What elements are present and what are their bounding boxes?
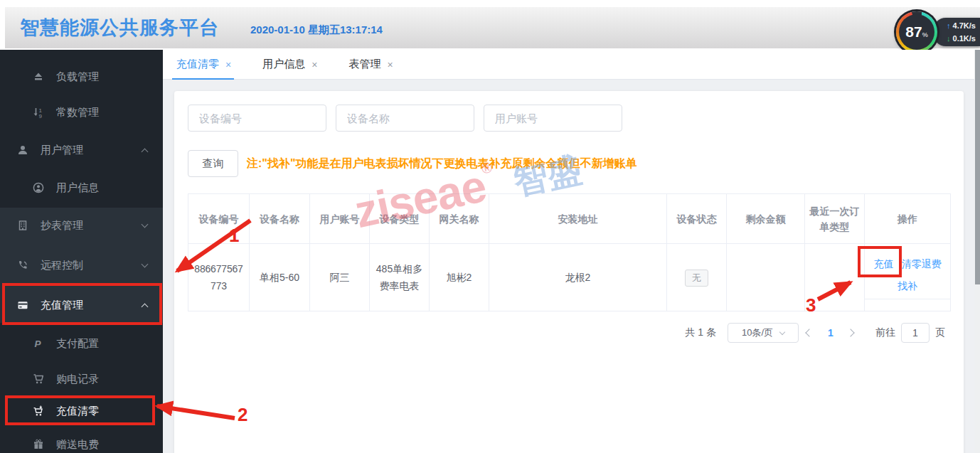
meter-icon bbox=[17, 220, 28, 231]
cell-last-order-type bbox=[805, 244, 865, 311]
eject-icon bbox=[33, 71, 44, 82]
page-size-value: 10条/页 bbox=[742, 326, 773, 339]
device-name-input[interactable] bbox=[336, 105, 474, 132]
phone-volume-icon bbox=[17, 260, 28, 271]
content-card: 查询 注:"找补"功能是在用户电表损坏情况下更换电表补充原剩余金额但不新增账单 … bbox=[174, 91, 964, 453]
clear-refund-link[interactable]: 清零退费 bbox=[902, 255, 942, 272]
close-icon[interactable]: × bbox=[311, 59, 317, 70]
col-install-address: 安装地址 bbox=[489, 194, 667, 244]
header-panel: 智慧能源公共服务平台 2020-01-10 星期五13:17:14 bbox=[5, 7, 980, 48]
sort-numeric-icon: 19 bbox=[33, 107, 44, 118]
tab-user-info[interactable]: 用户信息 × bbox=[262, 50, 317, 80]
download-speed: ↓ 0.1K/s bbox=[943, 33, 976, 43]
tab-meter-mgmt[interactable]: 表管理 × bbox=[348, 50, 393, 80]
svg-text:9: 9 bbox=[39, 113, 43, 119]
table-row: 886677567773 单相5-60 阿三 485单相多费率电表 旭彬2 龙根… bbox=[188, 244, 951, 311]
chevron-right-icon bbox=[846, 329, 854, 336]
sidebar-item-recharge-clear[interactable]: 充值清零 bbox=[0, 397, 163, 425]
tab-label: 表管理 bbox=[348, 58, 380, 71]
device-table: 设备编号 设备名称 用户账号 设备类型 网关名称 安装地址 设备状态 剩余金额 … bbox=[188, 193, 951, 311]
cart-arrow-down-icon bbox=[33, 405, 44, 417]
sidebar-item-label: 充值管理 bbox=[41, 299, 83, 312]
page-size-select[interactable]: 10条/页 bbox=[728, 323, 799, 343]
col-device-type: 设备类型 bbox=[370, 194, 430, 244]
col-user-account: 用户账号 bbox=[310, 194, 370, 244]
upload-speed: ↑ 4.7K/s bbox=[943, 21, 976, 31]
cell-balance bbox=[727, 244, 805, 311]
query-button[interactable]: 查询 bbox=[188, 150, 238, 177]
sidebar-item-payment-config[interactable]: P 支付配置 bbox=[0, 329, 163, 358]
sidebar-item-label: 购电记录 bbox=[56, 373, 99, 386]
page: 智慧能源公共服务平台 2020-01-10 星期五13:17:14 ↑ 4.7K… bbox=[0, 0, 980, 453]
gauge-percent: 87 % bbox=[899, 14, 934, 50]
user-account-input[interactable] bbox=[484, 105, 622, 132]
sidebar-item-label: 抄表管理 bbox=[41, 219, 83, 233]
goto-label: 前往 bbox=[875, 326, 895, 339]
user-circle-icon bbox=[33, 182, 44, 193]
note-text: 注:"找补"功能是在用户电表损坏情况下更换电表补充原剩余金额但不新增账单 bbox=[247, 156, 637, 171]
sidebar-item-label: 负载管理 bbox=[56, 70, 99, 84]
svg-text:P: P bbox=[35, 339, 42, 349]
download-speed-value: 0.1K/s bbox=[953, 33, 976, 43]
total-count: 共 1 条 bbox=[685, 326, 716, 339]
recharge-link[interactable]: 充值 bbox=[874, 255, 894, 272]
make-up-link[interactable]: 找补 bbox=[898, 280, 917, 292]
scrollbar-thumb[interactable] bbox=[975, 50, 980, 284]
col-gateway-name: 网关名称 bbox=[430, 194, 489, 244]
chevron-up-icon bbox=[142, 304, 149, 311]
sidebar-item-user-info[interactable]: 用户信息 bbox=[0, 174, 163, 202]
query-row: 查询 注:"找补"功能是在用户电表损坏情况下更换电表补充原剩余金额但不新增账单 bbox=[188, 150, 637, 177]
sidebar-item-remote-control[interactable]: 远程控制 bbox=[0, 251, 163, 279]
paypal-icon: P bbox=[33, 338, 44, 349]
user-icon bbox=[17, 144, 28, 156]
prev-page-button[interactable] bbox=[799, 323, 819, 343]
tab-label: 充值清零 bbox=[176, 58, 219, 71]
close-icon[interactable]: × bbox=[387, 59, 393, 70]
gauge-percent-value: 87 bbox=[905, 23, 922, 41]
sidebar-item-constant-mgmt[interactable]: 19 常数管理 bbox=[0, 98, 163, 127]
network-speed-pill: ↑ 4.7K/s ↓ 0.1K/s bbox=[933, 18, 980, 46]
sidebar-item-load-mgmt[interactable]: 负载管理 bbox=[0, 63, 163, 91]
filter-row bbox=[188, 105, 622, 132]
sidebar-item-label: 常数管理 bbox=[56, 106, 99, 119]
chevron-up-icon bbox=[142, 149, 149, 156]
device-no-input[interactable] bbox=[188, 105, 326, 132]
tab-recharge-clear[interactable]: 充值清零 × bbox=[176, 50, 231, 80]
upload-speed-value: 4.7K/s bbox=[953, 21, 976, 31]
system-monitor-widget[interactable]: ↑ 4.7K/s ↓ 0.1K/s 87 % bbox=[888, 6, 980, 53]
sidebar-item-label: 用户管理 bbox=[41, 144, 83, 157]
sidebar-item-recharge-mgmt[interactable]: 充值管理 bbox=[0, 291, 163, 319]
goto-page-input[interactable] bbox=[901, 323, 930, 343]
sidebar-item-gift-electricity[interactable]: 赠送电费 bbox=[0, 430, 163, 453]
sidebar-item-label: 赠送电费 bbox=[56, 438, 99, 452]
col-device-name: 设备名称 bbox=[250, 194, 310, 244]
col-actions: 操作 bbox=[865, 194, 951, 244]
chevron-down-icon bbox=[142, 261, 149, 268]
header-datetime: 2020-01-10 星期五13:17:14 bbox=[250, 23, 383, 37]
cell-device-status: 无 bbox=[667, 244, 727, 311]
page-scrollbar bbox=[974, 50, 980, 453]
sidebar-item-user-mgmt[interactable]: 用户管理 bbox=[0, 136, 163, 164]
col-device-status: 设备状态 bbox=[667, 194, 727, 244]
content-area: 查询 注:"找补"功能是在用户电表损坏情况下更换电表补充原剩余金额但不新增账单 … bbox=[163, 80, 974, 453]
cpu-gauge[interactable]: 87 % bbox=[896, 11, 937, 53]
sidebar-item-meter-mgmt[interactable]: 抄表管理 bbox=[0, 211, 163, 240]
download-arrow-icon: ↓ bbox=[947, 33, 951, 43]
upload-arrow-icon: ↑ bbox=[947, 21, 951, 31]
header: 智慧能源公共服务平台 2020-01-10 星期五13:17:14 ↑ 4.7K… bbox=[0, 0, 980, 50]
cell-device-name: 单相5-60 bbox=[250, 244, 310, 311]
chevron-down-icon bbox=[779, 329, 785, 334]
status-badge: 无 bbox=[685, 270, 708, 287]
cell-install-address: 龙根2 bbox=[489, 244, 667, 311]
sidebar-item-purchase-records[interactable]: 购电记录 bbox=[0, 365, 163, 393]
gauge-percent-symbol: % bbox=[922, 31, 928, 38]
table-header-row: 设备编号 设备名称 用户账号 设备类型 网关名称 安装地址 设备状态 剩余金额 … bbox=[188, 194, 951, 244]
close-icon[interactable]: × bbox=[225, 59, 231, 70]
cell-actions: 充值 清零退费 找补 bbox=[865, 244, 951, 311]
sidebar-item-label: 远程控制 bbox=[41, 259, 83, 272]
sidebar: 负载管理 19 常数管理 用户管理 用户信息 抄表管理 远程控制 充值管理 bbox=[0, 50, 163, 453]
credit-card-icon bbox=[17, 299, 28, 311]
current-page[interactable]: 1 bbox=[821, 327, 840, 339]
next-page-button[interactable] bbox=[843, 323, 863, 343]
col-last-order-type: 最近一次订单类型 bbox=[805, 194, 865, 244]
